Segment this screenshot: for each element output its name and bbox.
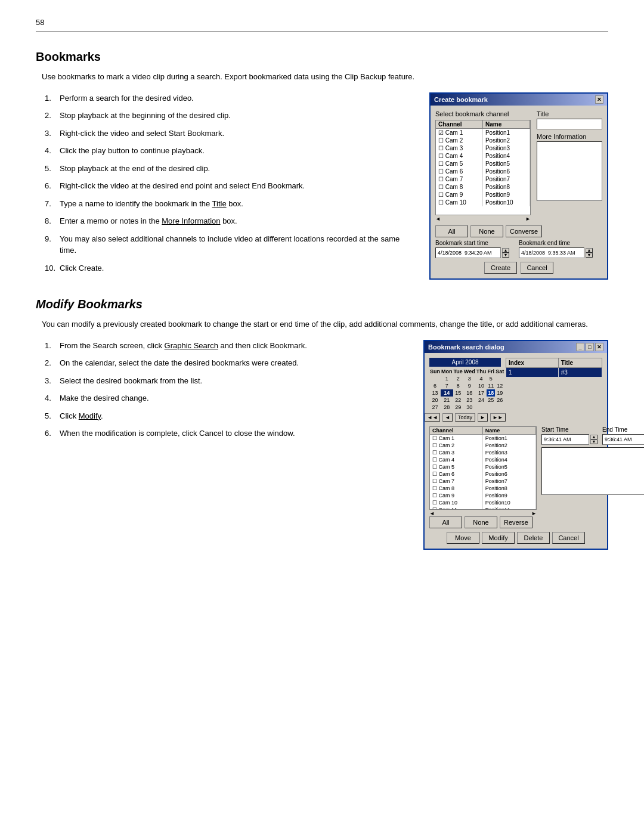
none-button[interactable]: None [470, 225, 503, 237]
bsd-controls: _ □ ✕ [576, 343, 603, 351]
create-cancel-row: Create Cancel [435, 262, 602, 274]
spinner-up[interactable]: ▲ [502, 248, 509, 253]
channel-row[interactable]: Cam 6 Position6 [436, 168, 530, 175]
channel-row[interactable]: Cam 5 Position5 [436, 160, 530, 168]
maximize-btn[interactable]: □ [586, 343, 594, 351]
cal-mon: Mon [441, 368, 453, 375]
cal-prev[interactable]: ◄ [442, 413, 453, 422]
step-3: Right-click the video and select Start B… [48, 128, 411, 140]
modify-steps-column: From the Search screen, click Graphic Se… [36, 340, 411, 550]
cal-wed: Wed [463, 368, 476, 375]
cal-next-next[interactable]: ►► [490, 413, 506, 422]
bookmarks-title: Bookmarks [36, 50, 608, 64]
index-row-selected[interactable]: 1 #3 [506, 367, 602, 377]
bsd-start-spinner[interactable]: ▲ ▼ [590, 435, 597, 444]
bsd-channel-row[interactable]: ☐ Cam 2 Position2 [430, 442, 536, 449]
step-8: Enter a memo or notes in the More Inform… [48, 215, 411, 227]
modify-intro: You can modify a previously created book… [42, 318, 608, 330]
bsd-notes-area[interactable] [541, 447, 644, 495]
modify-section: Modify Bookmarks You can modify a previo… [36, 298, 608, 550]
channel-row[interactable]: Cam 8 Position8 [436, 183, 530, 191]
end-time-label: Bookmark end time [519, 240, 602, 246]
bsd-none-button[interactable]: None [465, 516, 497, 528]
cal-month-title: April 2008 [429, 358, 501, 367]
bsd-start-time-input[interactable] [541, 434, 589, 445]
modify-button[interactable]: Modify [482, 532, 515, 544]
bsd-channel-box[interactable]: Channel Name ☐ Cam 1 Position1 [429, 426, 537, 510]
today-button[interactable]: Today [455, 413, 475, 422]
close-btn[interactable]: ✕ [595, 343, 603, 351]
bsd-channel-row[interactable]: ☐ Cam 6 Position6 [430, 470, 536, 478]
cal-prev-prev[interactable]: ◄◄ [425, 413, 440, 422]
bsd-start-label: Start Time [541, 426, 597, 433]
bsd-start-time-row: ▲ ▼ [541, 434, 597, 445]
more-info-textarea[interactable] [537, 141, 602, 201]
minimize-btn[interactable]: _ [576, 343, 584, 351]
end-time-spinner[interactable]: ▲ ▼ [586, 248, 593, 258]
create-button[interactable]: Create [484, 262, 517, 274]
bsd-channel-row[interactable]: ☐ Cam 9 Position9 [430, 492, 536, 499]
cal-day-14[interactable]: 14 [441, 389, 453, 397]
bsd-cancel-button[interactable]: Cancel [552, 532, 585, 544]
bsd-reverse-button[interactable]: Reverse [500, 516, 532, 528]
position-cell: Position5 [482, 160, 530, 168]
bsd-scroll-right: ► [531, 510, 537, 516]
cal-thu: Thu [476, 368, 487, 375]
page-number: 58 [36, 18, 608, 27]
bsd-scroll-left: ◄ [429, 510, 435, 516]
channel-row[interactable]: Cam 10 Position10 [436, 199, 530, 206]
step-1: Perform a search for the desired video. [48, 92, 411, 104]
spinner-down[interactable]: ▼ [586, 253, 593, 258]
channel-list-box[interactable]: Channel Name Cam 1 Position1 [435, 120, 531, 215]
modify-step-5: Click Modify. [48, 410, 405, 422]
cal-sun: Sun [429, 368, 441, 375]
start-time-input-row: ▲ ▼ [435, 247, 519, 258]
channel-list-section: Select bookmark channel Channel Name [435, 110, 531, 222]
spinner-down[interactable]: ▼ [502, 253, 509, 258]
titlebar-controls: ✕ [595, 95, 603, 104]
converse-button[interactable]: Converse [506, 225, 542, 237]
spinner-up[interactable]: ▲ [586, 248, 593, 253]
name-col-header: Name [482, 120, 530, 129]
start-time-spinner[interactable]: ▲ ▼ [502, 248, 509, 258]
cal-tue: Tue [453, 368, 463, 375]
bsd-all-button[interactable]: All [429, 516, 462, 528]
end-time-input[interactable] [519, 247, 584, 258]
cal-nav-row: ◄◄ ◄ Today ► ►► [429, 413, 501, 422]
bsd-channel-row[interactable]: ☐ Cam 7 Position7 [430, 478, 536, 485]
bsd-end-time-input[interactable] [602, 434, 644, 445]
bsd-channel-row[interactable]: ☐ Cam 4 Position4 [430, 456, 536, 463]
channel-row[interactable]: Cam 2 Position2 [436, 137, 530, 144]
step-2: Stop playback at the beginning of the de… [48, 110, 411, 122]
modify-step-3: Select the desired bookmark from the lis… [48, 375, 405, 387]
bsd-channel-row[interactable]: ☐ Cam 1 Position1 [430, 434, 536, 442]
channel-row[interactable]: Cam 3 Position3 [436, 144, 530, 152]
close-btn[interactable]: ✕ [595, 95, 603, 104]
position-cell: Position7 [482, 175, 530, 183]
channel-row[interactable]: Cam 9 Position9 [436, 191, 530, 199]
cancel-button[interactable]: Cancel [521, 262, 553, 274]
bsd-channel-row[interactable]: ☐ Cam 3 Position3 [430, 449, 536, 456]
delete-button[interactable]: Delete [517, 532, 550, 544]
channel-row[interactable]: Cam 4 Position4 [436, 152, 530, 160]
bsd-channel-row[interactable]: ☐ Cam 10 Position10 [430, 499, 536, 506]
end-time-input-row: ▲ ▼ [519, 247, 602, 258]
start-time-input[interactable] [435, 247, 501, 258]
spinner-down[interactable]: ▼ [590, 439, 597, 444]
bsd-channel-row[interactable]: ☐ Cam 8 Position8 [430, 485, 536, 492]
channel-cell: Cam 3 [436, 144, 482, 152]
bsd-channel-row[interactable]: ☐ Cam 11 Position11 [430, 506, 536, 510]
move-button[interactable]: Move [447, 532, 479, 544]
title-input[interactable] [537, 119, 602, 129]
channel-row[interactable]: Cam 7 Position7 [436, 175, 530, 183]
bsd-top-row: April 2008 Sun Mon Tue Wed Thu Fri [429, 358, 602, 422]
modify-title: Modify Bookmarks [36, 298, 608, 311]
bsd-channel-row[interactable]: ☐ Cam 5 Position5 [430, 463, 536, 470]
bookmarks-content: Perform a search for the desired video. … [36, 92, 608, 280]
all-button[interactable]: All [435, 225, 468, 237]
bsd-all-none-row: All None Reverse [429, 516, 602, 528]
cal-next[interactable]: ► [478, 413, 488, 422]
channel-row[interactable]: Cam 1 Position1 [436, 128, 530, 137]
spinner-up[interactable]: ▲ [590, 435, 597, 439]
cal-day-18[interactable]: 18 [487, 389, 495, 397]
